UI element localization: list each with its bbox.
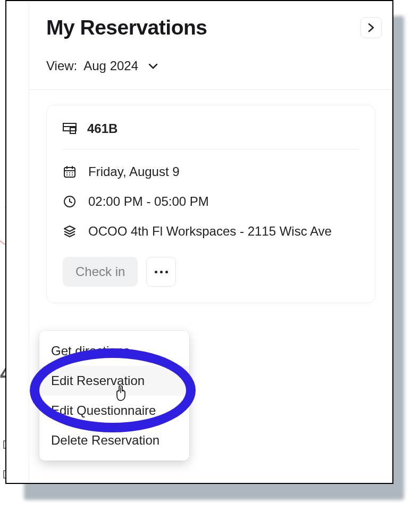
svg-point-10 xyxy=(66,174,68,176)
chevron-down-icon xyxy=(148,62,158,70)
page-title: My Reservations xyxy=(46,16,207,39)
calendar-icon xyxy=(63,165,77,179)
clock-icon xyxy=(63,195,77,208)
svg-point-11 xyxy=(69,174,70,176)
layers-icon xyxy=(63,224,77,238)
svg-point-8 xyxy=(69,172,70,173)
view-selector[interactable]: View: Aug 2024 xyxy=(29,39,392,90)
menu-delete-reservation[interactable]: Delete Reservation xyxy=(39,425,189,455)
menu-edit-reservation[interactable]: Edit Reservation xyxy=(39,366,189,396)
menu-get-directions[interactable]: Get directions xyxy=(39,336,189,366)
room-name: 461B xyxy=(87,121,117,136)
reservation-location: OCOO 4th Fl Workspaces - 2115 Wisc Ave xyxy=(88,224,332,239)
svg-point-12 xyxy=(72,174,73,176)
ellipsis-icon xyxy=(155,271,157,273)
reservation-date: Friday, August 9 xyxy=(88,164,180,179)
checkin-button[interactable]: Check in xyxy=(63,257,138,287)
desk-icon xyxy=(63,122,77,136)
collapse-button[interactable] xyxy=(360,17,382,38)
more-actions-menu: Get directions Edit Reservation Edit Que… xyxy=(39,331,189,461)
chevron-right-icon xyxy=(367,23,375,32)
menu-edit-questionnaire[interactable]: Edit Questionnaire xyxy=(39,396,189,425)
svg-point-9 xyxy=(72,172,73,173)
reservation-time: 02:00 PM - 05:00 PM xyxy=(88,194,209,209)
more-actions-button[interactable] xyxy=(146,257,176,287)
view-label: View: xyxy=(46,59,77,73)
view-value: Aug 2024 xyxy=(83,59,138,73)
svg-point-7 xyxy=(66,172,68,173)
reservation-card: 461B Friday, August 9 02:00 PM - 05:00 P… xyxy=(46,105,375,303)
